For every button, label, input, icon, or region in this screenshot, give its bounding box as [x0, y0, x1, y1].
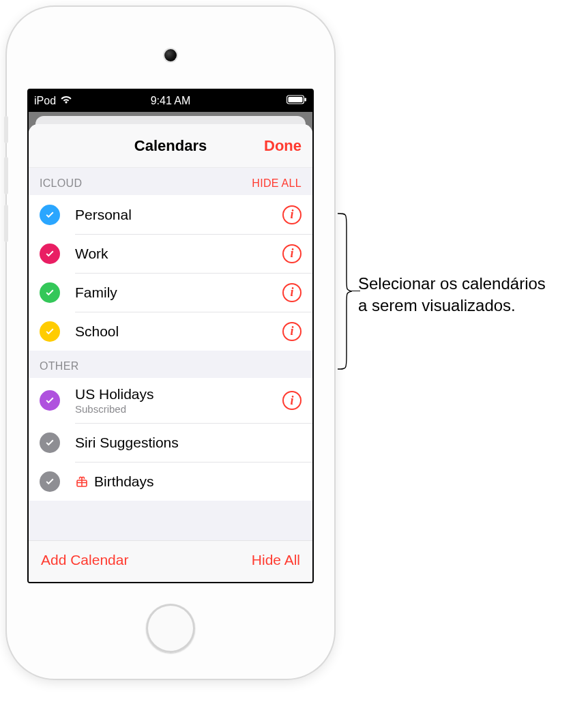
checkmark-icon[interactable]: [40, 432, 60, 453]
callout-text: Selecionar os calendários a serem visual…: [358, 273, 546, 317]
hide-all-button[interactable]: Hide All: [252, 552, 300, 568]
calendar-label: Family: [75, 284, 282, 301]
calendar-label: Work: [75, 246, 282, 262]
sheet-footer: Add Calendar Hide All: [29, 540, 312, 582]
checkmark-icon[interactable]: [40, 471, 60, 492]
sheet-body[interactable]: ICLOUD HIDE ALL Personal i: [29, 168, 312, 540]
sheet-header: Calendars Done: [29, 124, 312, 168]
calendar-label: School: [75, 323, 282, 340]
mute-switch: [4, 116, 8, 143]
checkmark-icon[interactable]: [40, 205, 60, 225]
section-title: OTHER: [40, 360, 79, 372]
calendar-row-school[interactable]: School i: [29, 312, 312, 351]
info-icon[interactable]: i: [282, 283, 302, 302]
calendar-row-siri-suggestions[interactable]: Siri Suggestions: [29, 423, 312, 462]
calendar-row-personal[interactable]: Personal i: [29, 195, 312, 234]
sheet-title: Calendars: [134, 137, 207, 155]
other-calendar-list: US Holidays Subscribed i Siri Suggestion…: [29, 378, 312, 501]
section-title: ICLOUD: [40, 177, 82, 190]
calendar-row-birthdays[interactable]: Birthdays: [29, 462, 312, 501]
status-bar: iPod 9:41 AM: [29, 90, 312, 112]
icloud-calendar-list: Personal i Work i: [29, 195, 312, 351]
screen: iPod 9:41 AM Calendars Done: [27, 89, 314, 583]
device-frame: iPod 9:41 AM Calendars Done: [7, 7, 334, 679]
calendar-label: Siri Suggestions: [75, 435, 302, 451]
calendar-label: Personal: [75, 207, 282, 223]
gift-icon: [75, 475, 89, 488]
calendar-sublabel: Subscribed: [75, 403, 282, 415]
battery-icon: [286, 95, 307, 107]
checkmark-icon[interactable]: [40, 321, 60, 342]
info-icon[interactable]: i: [282, 391, 302, 410]
svg-rect-1: [289, 97, 303, 102]
section-header-icloud: ICLOUD HIDE ALL: [29, 168, 312, 195]
calendar-label-group: US Holidays Subscribed: [75, 386, 282, 415]
callout-line2: a serem visualizados.: [358, 295, 546, 317]
carrier-label: iPod: [34, 95, 56, 107]
calendars-sheet: Calendars Done ICLOUD HIDE ALL Persona: [29, 124, 312, 582]
wifi-icon: [60, 95, 72, 107]
volume-up-button: [4, 157, 8, 194]
calendar-label-group: Birthdays: [75, 473, 302, 490]
volume-down-button: [4, 205, 8, 242]
calendar-label: Birthdays: [94, 473, 154, 490]
home-button[interactable]: [146, 604, 195, 653]
callout-line1: Selecionar os calendários: [358, 273, 546, 295]
checkmark-icon[interactable]: [40, 282, 60, 303]
svg-rect-2: [305, 98, 307, 102]
front-camera: [164, 49, 177, 61]
callout-bracket: [337, 213, 352, 370]
info-icon[interactable]: i: [282, 322, 302, 341]
checkmark-icon[interactable]: [40, 390, 60, 411]
calendar-label: US Holidays: [75, 386, 282, 402]
checkmark-icon[interactable]: [40, 244, 60, 264]
hide-all-icloud-button[interactable]: HIDE ALL: [252, 177, 302, 190]
calendar-row-family[interactable]: Family i: [29, 273, 312, 312]
info-icon[interactable]: i: [282, 244, 302, 263]
sheet-backdrop: Calendars Done ICLOUD HIDE ALL Persona: [29, 112, 312, 582]
calendar-row-work[interactable]: Work i: [29, 234, 312, 273]
section-header-other: OTHER: [29, 351, 312, 378]
done-button[interactable]: Done: [264, 137, 302, 155]
add-calendar-button[interactable]: Add Calendar: [41, 552, 128, 568]
calendar-row-us-holidays[interactable]: US Holidays Subscribed i: [29, 378, 312, 423]
info-icon[interactable]: i: [282, 205, 302, 224]
